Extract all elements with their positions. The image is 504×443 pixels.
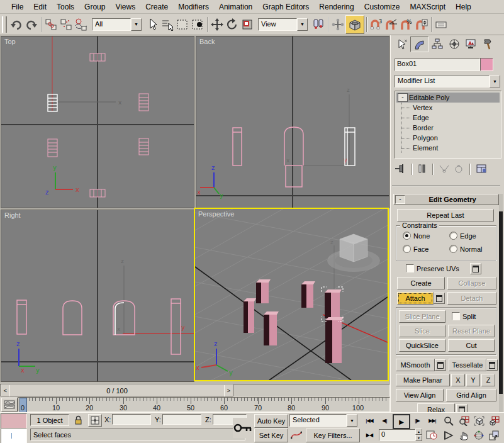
pin-stack-button[interactable] bbox=[395, 164, 406, 175]
attach-settings-button[interactable] bbox=[434, 293, 445, 304]
selection-filter-arrow-icon[interactable]: ▼ bbox=[131, 18, 142, 31]
viewport-label-perspective[interactable]: Perspective bbox=[198, 210, 234, 218]
viewport-perspective[interactable]: z z bbox=[194, 208, 389, 381]
stack-item-element[interactable]: Element bbox=[401, 143, 501, 153]
bind-to-space-warp-button[interactable] bbox=[74, 17, 89, 32]
constraint-face-radio[interactable]: Face bbox=[403, 245, 428, 253]
preserve-uvs-checkbox[interactable]: Preserve UVs bbox=[406, 264, 459, 272]
maxscript-listener-pink[interactable] bbox=[1, 413, 27, 429]
preserve-uvs-settings-button[interactable] bbox=[470, 263, 481, 274]
constraint-edge-radio[interactable]: Edge bbox=[449, 232, 476, 240]
menu-maxscript[interactable]: MAXScript bbox=[405, 1, 451, 13]
menu-create[interactable]: Create bbox=[140, 1, 173, 13]
snaps-toggle-button[interactable] bbox=[345, 15, 364, 34]
viewport-back-canvas[interactable]: z x y z x y bbox=[196, 36, 389, 208]
viewport-back[interactable]: z x y z x y Back bbox=[196, 36, 389, 208]
cut-button[interactable]: Cut bbox=[448, 339, 495, 352]
menu-customize[interactable]: Customize bbox=[359, 1, 405, 13]
menu-rendering[interactable]: Rendering bbox=[314, 1, 359, 13]
default-in-out-tangents-button[interactable] bbox=[289, 429, 303, 441]
set-key-mode-button[interactable] bbox=[233, 418, 253, 438]
collapse-toggle-icon[interactable]: - bbox=[398, 93, 408, 102]
menu-file[interactable]: File bbox=[6, 1, 28, 13]
maximize-viewport-toggle-button[interactable] bbox=[487, 429, 501, 442]
repeat-last-button[interactable]: Repeat Last bbox=[397, 209, 494, 222]
maxscript-listener-white[interactable] bbox=[1, 429, 27, 443]
menu-tools[interactable]: Tools bbox=[52, 1, 79, 13]
attach-button[interactable]: Attach bbox=[397, 292, 434, 305]
select-and-manipulate-button[interactable] bbox=[330, 17, 345, 32]
go-to-end-button[interactable]: ▶▶| bbox=[425, 414, 439, 427]
go-to-start-button[interactable]: |◀◀ bbox=[362, 414, 376, 427]
time-configuration-button[interactable] bbox=[424, 429, 439, 441]
menu-animation[interactable]: Animation bbox=[214, 1, 257, 13]
selection-lock-toggle[interactable] bbox=[72, 414, 84, 426]
create-button[interactable]: Create bbox=[397, 277, 445, 289]
modifier-list-dropdown[interactable]: Modifier List ▼ bbox=[395, 75, 500, 87]
msmooth-button[interactable]: MSmooth bbox=[396, 359, 435, 371]
auto-key-button[interactable]: Auto Key bbox=[254, 414, 288, 428]
x-coord-field[interactable] bbox=[112, 414, 151, 425]
slice-plane-button[interactable]: Slice Plane bbox=[399, 310, 445, 323]
menu-edit[interactable]: Edit bbox=[28, 1, 52, 13]
stack-item-vertex[interactable]: Vertex bbox=[401, 103, 501, 113]
collapse-button[interactable]: Collapse bbox=[447, 277, 496, 289]
select-by-name-button[interactable] bbox=[160, 17, 175, 32]
menu-views[interactable]: Views bbox=[110, 1, 140, 13]
key-filters-button[interactable]: Key Filters... bbox=[306, 429, 360, 442]
tab-motion[interactable] bbox=[445, 36, 462, 51]
select-and-rotate-button[interactable] bbox=[225, 17, 240, 32]
make-planar-y-button[interactable]: Y bbox=[466, 374, 480, 386]
tessellate-settings-button[interactable] bbox=[486, 359, 498, 371]
tessellate-button[interactable]: Tessellate bbox=[449, 359, 486, 371]
play-button[interactable]: ▶ bbox=[393, 414, 410, 429]
panel-scrollbar-thumb[interactable] bbox=[499, 211, 503, 394]
viewport-top[interactable]: x y x z Top bbox=[1, 36, 194, 208]
previous-frame-button[interactable]: ◀|| bbox=[378, 414, 391, 427]
field-of-view-button[interactable] bbox=[442, 429, 456, 442]
set-key-button[interactable]: Set Key bbox=[254, 429, 288, 442]
key-mode-toggle-button[interactable]: ▶◀ bbox=[362, 429, 376, 441]
select-object-button[interactable] bbox=[145, 17, 160, 32]
zoom-extents-button[interactable] bbox=[472, 414, 486, 427]
spinner-snap-toggle-button[interactable] bbox=[414, 17, 429, 32]
select-and-link-button[interactable] bbox=[43, 17, 59, 32]
select-and-move-button[interactable] bbox=[210, 17, 225, 32]
quickslice-button[interactable]: QuickSlice bbox=[399, 339, 445, 352]
modifier-list-arrow-icon[interactable]: ▼ bbox=[490, 75, 500, 87]
stack-item-edge[interactable]: Edge bbox=[401, 113, 501, 123]
angle-snap-toggle-button[interactable] bbox=[384, 17, 399, 32]
detach-button[interactable]: Detach bbox=[447, 292, 496, 305]
grid-align-button[interactable]: Grid Align bbox=[446, 389, 496, 401]
viewport-label-top[interactable]: Top bbox=[4, 38, 16, 45]
stack-item-polygon[interactable]: Polygon bbox=[401, 133, 501, 143]
remove-modifier-button[interactable] bbox=[454, 164, 464, 175]
tab-hierarchy[interactable] bbox=[428, 36, 445, 51]
menu-group[interactable]: Group bbox=[79, 1, 110, 13]
object-name-field[interactable]: Box01 bbox=[395, 59, 480, 71]
key-filter-dropdown[interactable]: Selected ▼ bbox=[289, 414, 357, 427]
reset-plane-button[interactable]: Reset Plane bbox=[448, 325, 495, 337]
keyboard-shortcut-override-button[interactable] bbox=[434, 17, 449, 32]
frame-spinner[interactable]: ▲ ▼ bbox=[415, 429, 422, 441]
y-coord-field[interactable] bbox=[162, 414, 201, 425]
tab-modify[interactable] bbox=[410, 36, 428, 52]
viewport-top-canvas[interactable]: x y x z bbox=[1, 36, 194, 208]
redo-button[interactable] bbox=[24, 17, 39, 32]
key-filter-arrow-icon[interactable]: ▼ bbox=[347, 414, 357, 427]
configure-modifier-sets-button[interactable] bbox=[476, 164, 487, 175]
view-align-button[interactable]: View Align bbox=[396, 389, 444, 401]
viewport-right-canvas[interactable]: z x y z x y bbox=[1, 210, 194, 381]
absolute-relative-coord-toggle[interactable] bbox=[88, 414, 102, 427]
zoom-button[interactable] bbox=[442, 414, 456, 427]
unlink-button[interactable] bbox=[59, 17, 74, 32]
arc-rotate-button[interactable] bbox=[472, 429, 486, 442]
slice-button[interactable]: Slice bbox=[399, 325, 445, 337]
make-planar-z-button[interactable]: Z bbox=[481, 374, 495, 386]
coord-system-arrow-icon[interactable]: ▼ bbox=[297, 18, 308, 31]
snap-3d-toggle-button[interactable]: 3 bbox=[369, 17, 384, 32]
viewport-label-right[interactable]: Right bbox=[4, 211, 21, 219]
current-frame-field[interactable]: 0 bbox=[379, 429, 418, 441]
pan-button[interactable] bbox=[457, 429, 471, 442]
make-planar-x-button[interactable]: X bbox=[451, 374, 465, 386]
